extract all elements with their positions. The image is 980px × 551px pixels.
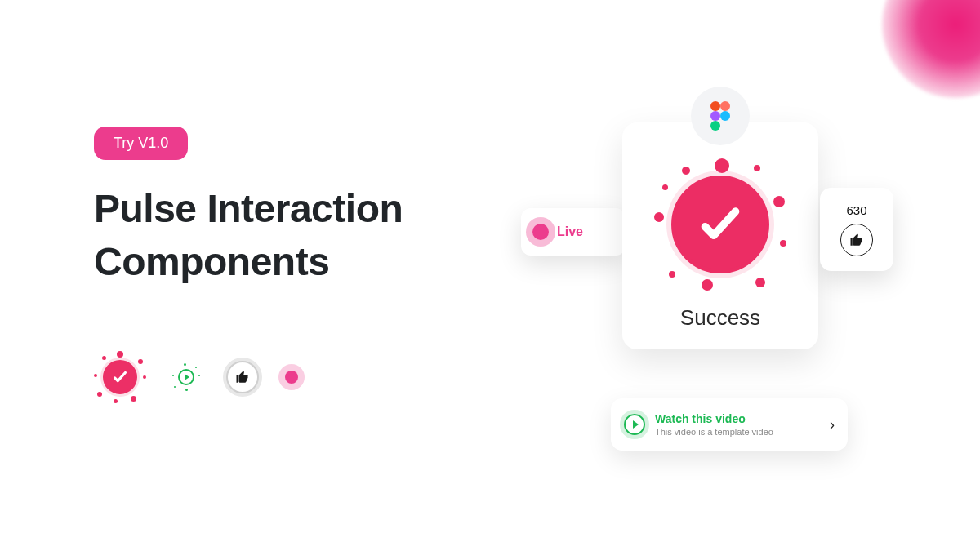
- success-check-animation: [651, 155, 790, 294]
- play-icon: [624, 414, 645, 435]
- svg-point-3: [720, 111, 730, 121]
- live-card[interactable]: Live: [521, 208, 626, 256]
- check-icon: [671, 176, 769, 273]
- play-icon: [178, 369, 194, 385]
- like-button[interactable]: [840, 224, 873, 256]
- title-line-1: Pulse Interaction: [94, 183, 403, 236]
- svg-point-4: [710, 121, 720, 131]
- likes-card: 630: [820, 188, 893, 271]
- svg-point-2: [710, 111, 720, 121]
- thumbs-up-icon: [235, 370, 250, 384]
- example-check-icon[interactable]: [94, 351, 146, 403]
- check-icon: [103, 360, 137, 394]
- success-label: Success: [680, 305, 760, 331]
- title-line-2: Components: [94, 236, 403, 289]
- svg-point-1: [720, 101, 730, 111]
- likes-count: 630: [846, 203, 866, 217]
- try-badge[interactable]: Try V1.0: [94, 127, 188, 160]
- video-subtitle: This video is a template video: [655, 427, 820, 437]
- success-card: Success: [622, 122, 818, 349]
- page-title: Pulse Interaction Components: [94, 183, 403, 289]
- example-thumbs-up-icon[interactable]: [226, 361, 259, 393]
- example-pulse-dot-icon[interactable]: [285, 371, 298, 384]
- svg-point-0: [710, 101, 720, 111]
- live-label: Live: [557, 224, 583, 239]
- example-play-icon[interactable]: [172, 363, 200, 391]
- video-text: Watch this video This video is a templat…: [655, 412, 820, 437]
- thumbs-up-icon: [849, 233, 864, 247]
- chevron-right-icon: ›: [830, 416, 835, 433]
- hero-text-block: Try V1.0 Pulse Interaction Components: [94, 127, 403, 289]
- figma-icon: [691, 87, 750, 145]
- decorative-blob: [882, 0, 980, 98]
- video-card[interactable]: Watch this video This video is a templat…: [611, 398, 848, 451]
- examples-row: [94, 351, 298, 403]
- live-pulse-icon: [532, 224, 549, 240]
- video-title: Watch this video: [655, 412, 820, 425]
